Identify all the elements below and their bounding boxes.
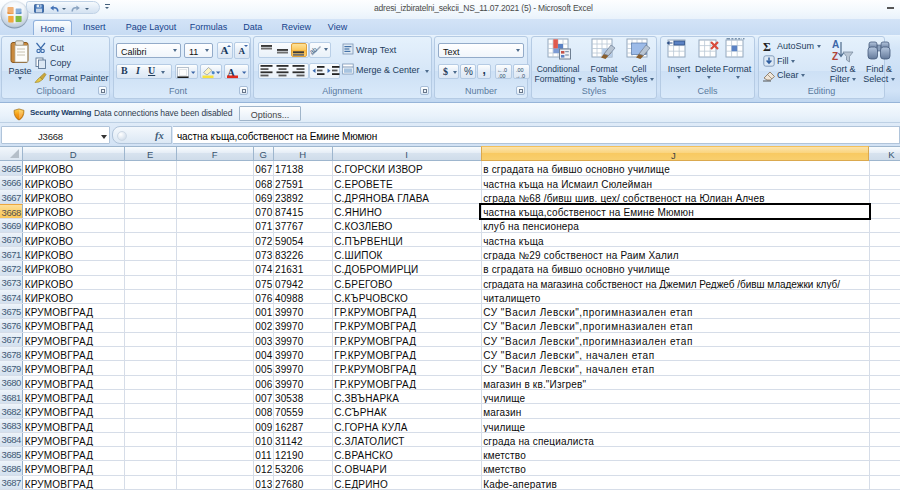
svg-text:Z: Z bbox=[832, 51, 838, 62]
svg-text:←.0: ←.0 bbox=[497, 67, 507, 73]
svg-text:ab: ab bbox=[310, 45, 318, 55]
svg-text:.00: .00 bbox=[498, 73, 506, 79]
svg-text:A: A bbox=[832, 39, 839, 50]
